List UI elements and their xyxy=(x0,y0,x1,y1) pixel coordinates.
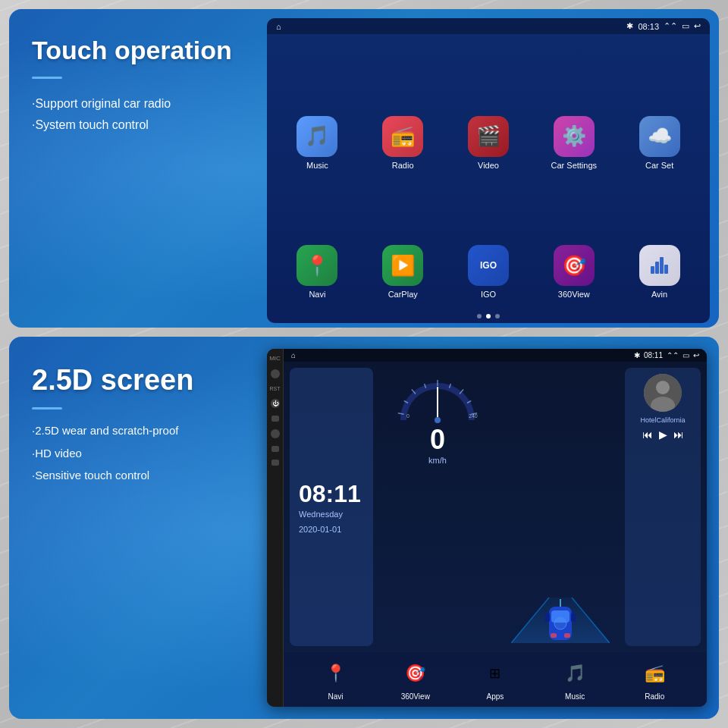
dock-radio-label: Radio xyxy=(645,692,664,701)
bottom-feature-1: ·2.5D wear and scratch-proof xyxy=(32,423,244,438)
music-avatar xyxy=(644,374,682,412)
home-icon: ⌂ xyxy=(276,22,281,31)
top-features: ·Support original car radio ·System touc… xyxy=(32,97,244,132)
dot-2 xyxy=(486,314,491,318)
svg-point-10 xyxy=(435,417,441,423)
home-btn[interactable] xyxy=(271,416,279,422)
igo-icon: IGO xyxy=(468,245,509,286)
signal-icon: ⌃⌃ xyxy=(664,21,677,31)
app-grid: 🎵 Music 📻 Radio 🎬 Video ⚙️ Car Settings xyxy=(267,34,710,309)
window-icon: ▭ xyxy=(682,21,689,31)
back-icon-bottom: ↩ xyxy=(693,351,699,359)
top-blue-line xyxy=(32,77,62,79)
bottom-dock: 📍 Navi 🎯 360View ⊞ Apps xyxy=(284,652,707,707)
dot-3 xyxy=(495,314,500,318)
car-unit: MIC RST ⏻ xyxy=(267,349,707,707)
top-left-content: Touch operation ·Support original car ra… xyxy=(9,9,267,328)
status-time-bottom: 08:11 xyxy=(644,351,663,359)
home-icon-bottom: ⌂ xyxy=(291,351,296,359)
app-avin[interactable]: Avin xyxy=(617,176,702,306)
app-carplay[interactable]: ▶️ CarPlay xyxy=(360,176,446,306)
dock-music[interactable]: 🎵 Music xyxy=(558,657,592,701)
app-navi[interactable]: 📍 Navi xyxy=(275,176,360,306)
video-label: Video xyxy=(478,161,499,170)
video-icon: 🎬 xyxy=(468,116,509,157)
back-icon: ↩ xyxy=(694,21,701,31)
car-animation-area xyxy=(502,368,619,646)
carplay-label: CarPlay xyxy=(388,290,418,299)
car-set-label: Car Set xyxy=(645,161,673,170)
bottom-right-screen: MIC RST ⏻ xyxy=(267,337,719,719)
speed-value-display: 0 km/h xyxy=(428,424,447,465)
dock-navi-label: Navi xyxy=(328,692,344,701)
dock-radio-icon: 📻 xyxy=(638,657,671,690)
status-bar-top: ⌂ ✱ 08:13 ⌃⌃ ▭ ↩ xyxy=(267,18,710,34)
mic-label: MIC xyxy=(269,355,281,362)
svg-rect-24 xyxy=(564,633,570,638)
feature-1: ·Support original car radio xyxy=(32,97,244,111)
dock-360view-icon: 🎯 xyxy=(399,657,432,690)
bottom-feature-3: ·Sensitive touch control xyxy=(32,468,244,483)
vol-up[interactable] xyxy=(271,446,279,452)
igo-label: IGO xyxy=(481,290,496,299)
bottom-title: 2.5D screen xyxy=(32,364,244,397)
screen-bottom: ⌂ ✱ 08:11 ⌃⌃ ▭ ↩ xyxy=(284,349,707,707)
app-radio[interactable]: 📻 Radio xyxy=(360,46,446,176)
app-video[interactable]: 🎬 Video xyxy=(446,46,532,176)
bottom-panel: 2.5D screen ·2.5D wear and scratch-proof… xyxy=(9,337,719,719)
dock-360view[interactable]: 🎯 360View xyxy=(399,657,432,701)
dock-music-icon: 🎵 xyxy=(558,657,592,690)
bluetooth-icon: ✱ xyxy=(626,21,633,31)
dock-360view-label: 360View xyxy=(401,692,430,701)
screen-top: ⌂ ✱ 08:13 ⌃⌃ ▭ ↩ 🎵 Music xyxy=(267,18,710,323)
top-right-screen: ⌂ ✱ 08:13 ⌃⌃ ▭ ↩ 🎵 Music xyxy=(267,9,719,328)
app-igo[interactable]: IGO IGO xyxy=(446,176,532,306)
dock-music-label: Music xyxy=(565,692,585,701)
app-car-set[interactable]: ☁️ Car Set xyxy=(617,46,702,176)
car-settings-label: Car Settings xyxy=(551,161,598,170)
rst-label: RST xyxy=(270,386,281,391)
speed-number: 0 xyxy=(430,424,445,455)
svg-rect-21 xyxy=(545,613,550,622)
app-car-settings[interactable]: ⚙️ Car Settings xyxy=(531,46,617,176)
top-title: Touch operation xyxy=(32,36,244,64)
avin-icon xyxy=(639,245,680,286)
power-btn[interactable]: ⏻ xyxy=(271,399,280,408)
svg-text:240: 240 xyxy=(469,413,478,419)
play-button[interactable]: ▶ xyxy=(659,428,667,441)
bottom-left-content: 2.5D screen ·2.5D wear and scratch-proof… xyxy=(9,337,267,719)
bottom-features: ·2.5D wear and scratch-proof ·HD video ·… xyxy=(32,423,244,483)
side-btn-1[interactable] xyxy=(271,369,280,378)
svg-point-27 xyxy=(656,381,670,394)
dock-radio[interactable]: 📻 Radio xyxy=(638,657,671,701)
dashboard-content: 08:11 Wednesday 2020-01-01 xyxy=(284,362,707,652)
status-time: 08:13 xyxy=(638,22,659,31)
dock-apps[interactable]: ⊞ Apps xyxy=(479,657,512,701)
svg-text:0: 0 xyxy=(406,413,410,419)
dock-navi[interactable]: 📍 Navi xyxy=(319,657,353,701)
window-icon-bottom: ▭ xyxy=(682,351,689,359)
app-360view[interactable]: 🎯 360View xyxy=(531,176,617,306)
next-button[interactable]: ⏭ xyxy=(673,428,684,441)
radio-label: Radio xyxy=(392,161,414,170)
vol-down[interactable] xyxy=(271,460,279,466)
status-bar-right: ✱ 08:13 ⌃⌃ ▭ ↩ xyxy=(626,21,701,31)
carplay-icon: ▶️ xyxy=(382,245,423,286)
bottom-blue-line xyxy=(32,407,62,410)
music-label: Music xyxy=(306,161,328,170)
prev-button[interactable]: ⏮ xyxy=(642,428,653,441)
main-container: Touch operation ·Support original car ra… xyxy=(0,0,728,728)
status-bar-left: ⌂ xyxy=(276,22,281,31)
back-btn[interactable] xyxy=(271,429,280,438)
dot-1 xyxy=(477,314,482,318)
app-music[interactable]: 🎵 Music xyxy=(275,46,360,176)
speedometer-area: 0 240 0 km/h xyxy=(379,368,496,646)
car-set-icon: ☁️ xyxy=(639,116,680,157)
speed-unit: km/h xyxy=(428,456,447,465)
radio-icon: 📻 xyxy=(382,116,423,157)
clock-date: 2020-01-01 xyxy=(299,525,364,534)
top-panel: Touch operation ·Support original car ra… xyxy=(9,9,719,328)
view360-icon: 🎯 xyxy=(554,245,595,286)
bluetooth-icon-bottom: ✱ xyxy=(634,351,640,359)
dock-apps-icon: ⊞ xyxy=(479,657,512,690)
